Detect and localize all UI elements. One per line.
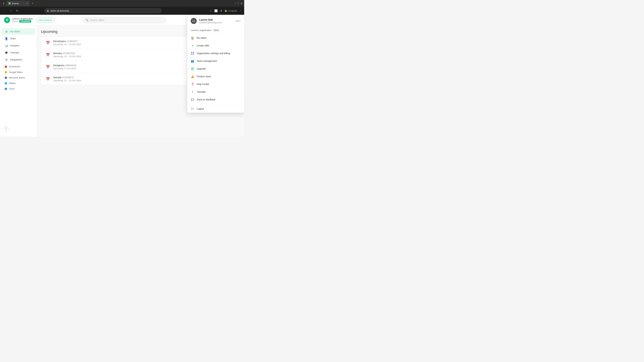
owner-label: Owner: [12, 20, 18, 22]
new-interface-button[interactable]: New interface: [36, 18, 54, 22]
sidebar-item-analytics[interactable]: 📊 Analytics: [1, 42, 36, 49]
svg-rect-2: [191, 54, 192, 55]
sidebar-item-webex[interactable]: Webex: [1, 81, 36, 86]
address-bar-right: ☆ ⬜ ⬇ 🕵 Incognito ⋮: [210, 9, 242, 12]
dropdown-feedback-label: Send us feedback: [197, 98, 216, 101]
sidebar-item-team[interactable]: 👤 Team: [1, 35, 36, 42]
dropdown-item-team-management[interactable]: 👥 Team management: [187, 57, 244, 65]
dropdown-org-settings-icon: [191, 51, 194, 55]
dropdown-tutorials-label: Tutorials: [197, 90, 206, 93]
role-row: Owner UPGRADE: [12, 20, 33, 23]
event-id-moodoy: #37867021: [63, 52, 76, 55]
tab-prev-button[interactable]: ❮: [2, 1, 6, 5]
dropdown-user-info: Lauren Deli 31860d42@moodjoy.com: [199, 18, 233, 24]
extensions-icon[interactable]: ⬜: [214, 9, 218, 12]
search-placeholder: Search slidos: [90, 19, 104, 21]
dropdown-product-news-label: Product news: [197, 75, 211, 78]
dropdown-org-row: Lauren's organization Basic: [187, 27, 244, 32]
dropdown-user-section: LD Lauren Deli 31860d42@moodjoy.com EDIT: [187, 15, 244, 27]
calendar-icon-developers: 📅: [45, 40, 50, 45]
event-id-sample: #2329970: [62, 76, 74, 79]
browser-chrome: ❮ S Events ✕ + − □ ✕: [0, 0, 244, 7]
tab-favicon: S: [8, 2, 11, 4]
dropdown-org-name: Lauren's organization: [191, 29, 212, 31]
dropdown-item-send-feedback[interactable]: 💬 Send us feedback: [187, 96, 244, 103]
dropdown-item-create-slido[interactable]: + Create slido: [187, 42, 244, 49]
url-bar[interactable]: 🔒 admin.sli.do/events: [44, 8, 162, 13]
dropdown-help-icon: ❓: [191, 82, 194, 86]
dropdown-feedback-icon: 💬: [191, 98, 194, 101]
zoom-dot: [5, 88, 7, 90]
sidebar-item-google-slides[interactable]: Google Slides: [1, 69, 36, 75]
analytics-icon: 📊: [5, 44, 8, 47]
dropdown-item-org-settings[interactable]: Organization settings and billing: [187, 49, 244, 57]
sidebar-item-integrations[interactable]: ⚙ Integrations: [1, 56, 36, 63]
microsoft-teams-dot: [5, 77, 7, 79]
dropdown-logout-label: Logout: [197, 107, 204, 110]
dropdown-create-slido-icon: +: [191, 44, 194, 47]
user-dropdown-menu: LD Lauren Deli 31860d42@moodjoy.com EDIT…: [187, 15, 244, 113]
download-icon[interactable]: ⬇: [220, 9, 222, 12]
menu-icon[interactable]: ⋮: [240, 9, 242, 12]
logo-letter: S: [6, 18, 8, 22]
new-tab-button[interactable]: +: [30, 1, 34, 5]
url-lock-icon: 🔒: [46, 9, 49, 12]
reload-button[interactable]: ↻: [15, 8, 20, 13]
dropdown-my-slidos-icon: 🏠: [191, 36, 194, 40]
tab-close-button[interactable]: ✕: [26, 2, 28, 4]
browser-tab-events[interactable]: S Events ✕: [6, 1, 30, 6]
svg-rect-1: [193, 52, 194, 53]
sidebar-item-zoom[interactable]: Zoom: [1, 86, 36, 91]
webex-label: Webex: [9, 82, 16, 84]
google-slides-dot: [5, 71, 7, 73]
incognito-label: Incognito: [228, 9, 237, 12]
dropdown-item-product-news[interactable]: 🔔 Product news: [187, 72, 244, 80]
dropdown-user-email: 31860d42@moodjoy.com: [199, 21, 233, 24]
dropdown-item-help-center[interactable]: ❓ Help Center: [187, 80, 244, 88]
help-button[interactable]: ?: [3, 126, 9, 131]
dropdown-my-slidos-label: My slidos: [197, 36, 206, 39]
sidebar-item-my-slidos[interactable]: ⊞ My Slidos: [1, 28, 36, 35]
dropdown-logout-icon: [191, 107, 194, 111]
dropdown-create-slido-label: Create slido: [197, 44, 209, 47]
bookmark-icon[interactable]: ☆: [210, 9, 212, 12]
sidebar-item-microsoft-teams[interactable]: Microsoft Teams: [1, 75, 36, 80]
dropdown-item-my-slidos[interactable]: 🏠 My slidos: [187, 34, 244, 42]
slido-logo[interactable]: S: [4, 17, 10, 23]
forward-button[interactable]: →: [8, 8, 13, 13]
dropdown-item-logout[interactable]: Logout: [187, 105, 244, 113]
maximize-button[interactable]: □: [237, 2, 239, 5]
dropdown-product-news-icon: 🔔: [191, 75, 194, 78]
zoom-label: Zoom: [9, 87, 14, 90]
calendar-icon-sample: 📅: [45, 76, 50, 82]
dropdown-item-tutorials[interactable]: ℹ Tutorials: [187, 88, 244, 96]
sidebar-item-tutorials[interactable]: 🎓 Tutorials: [1, 49, 36, 56]
url-text: admin.sli.do/events: [50, 9, 69, 12]
logo-circle: S: [4, 17, 10, 23]
sidebar: ⊞ My Slidos 👤 Team 📊 Analytics 🎓 Tutoria…: [0, 25, 37, 137]
minimize-button[interactable]: −: [234, 2, 236, 5]
team-icon: 👤: [5, 37, 8, 40]
dropdown-item-upgrade[interactable]: Upgrade: [187, 65, 244, 72]
svg-rect-0: [191, 52, 192, 53]
sidebar-label-my-slidos: My Slidos: [10, 30, 20, 33]
event-id-designers: #8664816: [65, 64, 76, 67]
incognito-badge: 🕵 Incognito: [224, 9, 237, 12]
upgrade-badge[interactable]: UPGRADE: [19, 20, 31, 23]
header-search[interactable]: 🔍 Search slidos: [82, 17, 166, 23]
sidebar-label-team: Team: [10, 37, 16, 40]
sidebar-label-analytics: Analytics: [10, 44, 20, 47]
window-controls: − □ ✕: [234, 2, 242, 5]
close-window-button[interactable]: ✕: [240, 2, 242, 5]
powerpoint-label: PowerPoint: [9, 65, 20, 68]
dropdown-org-settings-label: Organization settings and billing: [197, 52, 230, 55]
back-button[interactable]: ←: [2, 8, 7, 13]
sidebar-label-tutorials: Tutorials: [10, 51, 19, 54]
sidebar-item-powerpoint[interactable]: PowerPoint: [1, 64, 36, 69]
edit-profile-link[interactable]: EDIT: [236, 20, 241, 22]
org-info: Lauren's organization Owner UPGRADE: [12, 17, 33, 23]
dropdown-team-icon: 👥: [191, 59, 194, 63]
dropdown-help-label: Help Center: [197, 83, 209, 85]
microsoft-teams-label: Microsoft Teams: [9, 76, 25, 79]
address-bar: ← → ↻ 🔒 admin.sli.do/events ☆ ⬜ ⬇ 🕵 Inco…: [0, 7, 244, 15]
